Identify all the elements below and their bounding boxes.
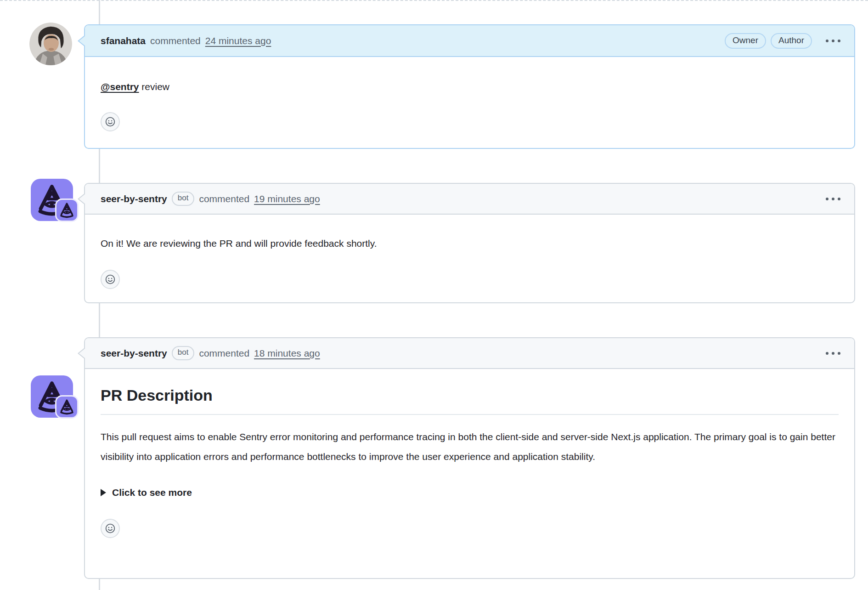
comment-text: @sentry review: [101, 80, 839, 94]
kebab-icon: [826, 198, 829, 200]
comment-sfanahata: sfanahata commented 24 minutes ago Owner…: [84, 24, 855, 149]
bot-badge: bot: [172, 346, 195, 360]
comment-action-text: commented: [150, 35, 201, 46]
comment-body: @sentry review: [85, 57, 854, 131]
author-badge: Author: [771, 33, 812, 49]
add-reaction-button[interactable]: [101, 519, 120, 538]
owner-badge: Owner: [725, 33, 766, 49]
comment-seer-2: seer-by-sentry bot commented 18 minutes …: [84, 337, 855, 579]
comment-options-button[interactable]: [821, 192, 845, 206]
comment-action-text: commented: [199, 348, 249, 359]
comment-timestamp-link[interactable]: 24 minutes ago: [205, 35, 271, 46]
smiley-icon: [104, 522, 116, 534]
smiley-icon: [104, 116, 116, 128]
comment-author-link[interactable]: sfanahata: [101, 35, 146, 46]
comment-timestamp-link[interactable]: 18 minutes ago: [254, 348, 320, 359]
kebab-icon: [826, 40, 829, 42]
seer-mini-badge-icon: [56, 397, 77, 417]
comment-header-right: [817, 192, 845, 206]
triangle-right-icon: [101, 489, 106, 496]
pr-description-details: Click to see more: [101, 486, 839, 499]
pr-description-paragraph: This pull request aims to enable Sentry …: [101, 427, 835, 466]
comment-author-link[interactable]: seer-by-sentry: [101, 348, 167, 359]
comment-options-button[interactable]: [821, 346, 845, 360]
kebab-icon: [826, 352, 829, 355]
smiley-icon: [104, 273, 116, 285]
comment-seer-1: seer-by-sentry bot commented 19 minutes …: [84, 183, 855, 303]
pr-description-heading: PR Description: [101, 385, 839, 415]
comment-caret-fill: [79, 348, 86, 359]
comment-action-text: commented: [199, 193, 249, 204]
user-avatar-sfanahata[interactable]: [29, 23, 72, 65]
comment-caret-fill: [79, 193, 86, 204]
comment-header: sfanahata commented 24 minutes ago Owner…: [85, 25, 854, 57]
click-to-see-more-toggle[interactable]: Click to see more: [101, 486, 839, 499]
comment-text-rest: review: [139, 81, 170, 92]
comment-caret-fill: [79, 35, 86, 46]
comment-header-right: [817, 346, 845, 360]
click-to-see-more-label: Click to see more: [112, 486, 192, 499]
sentry-mention-link[interactable]: @sentry: [101, 81, 139, 92]
bot-avatar-seer[interactable]: [31, 375, 73, 418]
comment-author-link[interactable]: seer-by-sentry: [101, 193, 167, 204]
seer-mini-badge-icon: [56, 200, 77, 221]
comment-options-button[interactable]: [821, 34, 845, 48]
user-avatar-photo: [29, 23, 72, 65]
bot-avatar-seer[interactable]: [31, 179, 73, 221]
add-reaction-button[interactable]: [101, 270, 120, 289]
bot-badge: bot: [172, 192, 195, 206]
comment-header: seer-by-sentry bot commented 19 minutes …: [85, 184, 854, 215]
comment-header: seer-by-sentry bot commented 18 minutes …: [85, 338, 854, 369]
comment-body: On it! We are reviewing the PR and will …: [85, 215, 854, 289]
timeline-top-separator: [0, 0, 868, 1]
add-reaction-button[interactable]: [101, 112, 120, 131]
comment-header-right: Owner Author: [725, 33, 845, 49]
comment-body: PR Description This pull request aims to…: [85, 369, 854, 538]
comment-text: On it! We are reviewing the PR and will …: [101, 237, 839, 250]
comment-timestamp-link[interactable]: 19 minutes ago: [254, 193, 320, 204]
